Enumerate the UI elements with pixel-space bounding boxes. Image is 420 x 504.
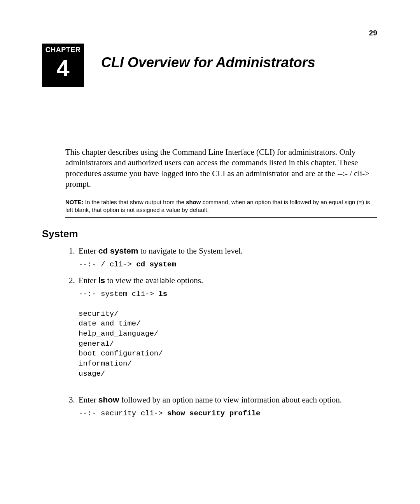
page-number: 29 <box>369 29 377 37</box>
step-2-code-cmd: ls <box>158 290 167 298</box>
step-2: Enter ls to view the available options. … <box>77 275 377 392</box>
step-3-code: --:- security cli-> show security_profil… <box>79 409 377 419</box>
step-3-code-cmd: show security_profile <box>167 409 260 418</box>
step-3-post: followed by an option name to view infor… <box>119 395 342 404</box>
step-1-post: to navigate to the System level. <box>138 246 243 256</box>
note-label: NOTE: <box>65 199 84 205</box>
note-text-before: In the tables that show output from the <box>84 199 186 205</box>
step-2-post: to view the available options. <box>105 276 203 285</box>
step-3: Enter show followed by an option name to… <box>77 394 377 418</box>
note-box: NOTE: In the tables that show output fro… <box>65 195 377 218</box>
page: 29 CHAPTER 4 CLI Overview for Administra… <box>0 0 420 504</box>
step-1: Enter cd system to navigate to the Syste… <box>77 245 377 270</box>
step-2-pre: Enter <box>79 276 98 285</box>
step-3-pre: Enter <box>79 395 98 404</box>
step-1-pre: Enter <box>79 246 98 256</box>
intro-paragraph: This chapter describes using the Command… <box>65 147 377 189</box>
step-2-code: --:- system cli-> ls security/ date_and_… <box>79 289 377 379</box>
page-title: CLI Overview for Administrators <box>101 54 315 71</box>
step-3-text: Enter show followed by an option name to… <box>79 395 342 404</box>
steps-list: Enter cd system to navigate to the Syste… <box>65 245 377 418</box>
step-3-prompt: --:- security cli-> <box>79 409 167 418</box>
step-2-command: ls <box>98 276 105 285</box>
step-1-code-cmd: cd system <box>136 260 176 269</box>
step-3-command: show <box>98 395 119 404</box>
section-heading-system: System <box>42 228 377 240</box>
step-1-code: --:- / cli-> cd system <box>79 260 377 270</box>
step-1-text: Enter cd system to navigate to the Syste… <box>79 246 243 256</box>
body-content: This chapter describes using the Command… <box>42 147 377 424</box>
chapter-label: CHAPTER <box>42 46 84 54</box>
step-1-command: cd system <box>98 246 138 255</box>
chapter-number: 4 <box>42 56 84 81</box>
note-bold-command: show <box>186 199 201 205</box>
step-2-output: security/ date_and_time/ help_and_langua… <box>79 310 163 378</box>
step-2-text: Enter ls to view the available options. <box>79 276 203 285</box>
step-2-prompt: --:- system cli-> <box>79 290 158 298</box>
chapter-block: CHAPTER 4 <box>42 44 84 87</box>
step-1-prompt: --:- / cli-> <box>79 260 136 269</box>
